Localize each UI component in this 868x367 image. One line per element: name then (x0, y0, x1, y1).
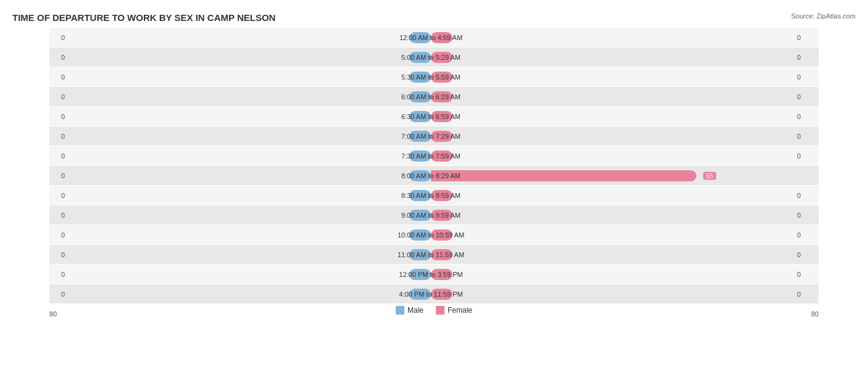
male-bar (409, 229, 431, 241)
bars-center: 12:00 AM to 4:59 AM (68, 28, 794, 47)
female-bar (431, 289, 453, 300)
table-row: 05:00 AM to 5:29 AM0 (49, 47, 819, 67)
female-value: 0 (794, 251, 819, 258)
male-bar (409, 151, 431, 162)
female-value: 0 (794, 231, 819, 239)
male-bar (409, 249, 431, 260)
female-value: 0 (794, 291, 819, 298)
bars-center: 9:00 AM to 9:59 AM (68, 205, 794, 225)
x-axis-left: 80 (49, 310, 57, 318)
male-value: 0 (49, 54, 68, 61)
male-value: 0 (49, 212, 68, 219)
bars-center: 8:00 AM to 8:29 AM65 (68, 166, 794, 185)
female-bar (431, 151, 453, 162)
table-row: 08:30 AM to 8:59 AM0 (49, 186, 819, 205)
table-row: 012:00 PM to 3:59 PM0 (49, 265, 819, 284)
female-value: 0 (794, 73, 819, 81)
bars-center: 7:30 AM to 7:59 AM (68, 146, 794, 165)
male-bar (409, 131, 431, 142)
female-value: 0 (794, 34, 819, 41)
male-value: 0 (49, 231, 68, 239)
female-value: 0 (794, 192, 819, 199)
bars-center: 8:30 AM to 8:59 AM (68, 186, 794, 205)
male-value: 0 (49, 271, 68, 278)
bars-center: 11:00 AM to 11:59 AM (68, 245, 794, 264)
female-value: 0 (794, 152, 819, 160)
chart-title: TIME OF DEPARTURE TO WORK BY SEX IN CAMP… (12, 12, 856, 23)
male-value: 0 (49, 73, 68, 81)
female-value: 0 (794, 113, 819, 120)
bars-center: 6:00 AM to 6:29 AM (68, 87, 794, 106)
male-bar (409, 32, 431, 43)
bars-center: 5:00 AM to 5:29 AM (68, 47, 794, 67)
table-row: 011:00 AM to 11:59 AM0 (49, 245, 819, 264)
legend-male: Male (396, 306, 424, 315)
table-row: 012:00 AM to 4:59 AM0 (49, 28, 819, 47)
female-bar (431, 249, 453, 260)
bars-center: 5:30 AM to 5:59 AM (68, 67, 794, 86)
chart-area: 012:00 AM to 4:59 AM005:00 AM to 5:29 AM… (12, 28, 856, 318)
male-bar (409, 210, 431, 221)
male-bar (409, 170, 431, 181)
male-value: 0 (49, 291, 68, 298)
male-value: 0 (49, 251, 68, 258)
male-bar (409, 111, 431, 122)
bars-center: 12:00 PM to 3:59 PM (68, 265, 794, 284)
female-bar (431, 52, 453, 63)
female-bar (431, 91, 453, 102)
male-value: 0 (49, 133, 68, 140)
female-bar: 65 (431, 170, 696, 181)
female-value: 0 (794, 271, 819, 278)
table-row: 07:00 AM to 7:29 AM0 (49, 126, 819, 146)
male-value: 0 (49, 172, 68, 179)
female-bar (431, 269, 453, 280)
female-legend-box (436, 306, 444, 315)
table-row: 05:30 AM to 5:59 AM0 (49, 67, 819, 86)
highlight-badge: 65 (703, 171, 716, 179)
male-value: 0 (49, 93, 68, 101)
table-row: 08:00 AM to 8:29 AM65 (49, 166, 819, 185)
source-label: Source: ZipAtlas.com (791, 12, 856, 20)
female-value: 0 (794, 133, 819, 140)
female-value: 0 (794, 212, 819, 219)
male-bar (409, 269, 431, 280)
legend-female: Female (436, 306, 472, 315)
male-bar (409, 289, 431, 300)
male-bar (409, 91, 431, 102)
female-bar (431, 72, 453, 83)
male-value: 0 (49, 113, 68, 120)
bars-center: 4:00 PM to 11:59 PM (68, 284, 794, 303)
table-row: 06:30 AM to 6:59 AM0 (49, 107, 819, 126)
x-axis-right: 80 (811, 310, 819, 318)
female-bar (431, 111, 453, 122)
bars-center: 7:00 AM to 7:29 AM (68, 126, 794, 146)
male-bar (409, 72, 431, 83)
female-bar (431, 32, 453, 43)
female-bar (431, 210, 453, 221)
chart-container: TIME OF DEPARTURE TO WORK BY SEX IN CAMP… (0, 0, 868, 367)
legend: Male Female (396, 306, 472, 315)
male-legend-box (396, 306, 404, 315)
table-row: 07:30 AM to 7:59 AM0 (49, 146, 819, 165)
bars-center: 6:30 AM to 6:59 AM (68, 107, 794, 126)
table-row: 09:00 AM to 9:59 AM0 (49, 205, 819, 225)
table-row: 010:00 AM to 10:59 AM0 (49, 225, 819, 244)
female-bar (431, 190, 453, 201)
male-value: 0 (49, 192, 68, 199)
male-value: 0 (49, 152, 68, 160)
bars-center: 10:00 AM to 10:59 AM (68, 225, 794, 244)
female-value: 0 (794, 54, 819, 61)
female-bar (431, 131, 453, 142)
male-bar (409, 190, 431, 201)
male-legend-label: Male (407, 306, 424, 315)
table-row: 04:00 PM to 11:59 PM0 (49, 284, 819, 303)
female-legend-label: Female (448, 306, 472, 315)
female-value: 0 (794, 93, 819, 101)
table-row: 06:00 AM to 6:29 AM0 (49, 87, 819, 106)
rows-wrapper: 012:00 AM to 4:59 AM005:00 AM to 5:29 AM… (49, 28, 819, 293)
female-bar (431, 229, 453, 241)
male-value: 0 (49, 34, 68, 41)
male-bar (409, 52, 431, 63)
